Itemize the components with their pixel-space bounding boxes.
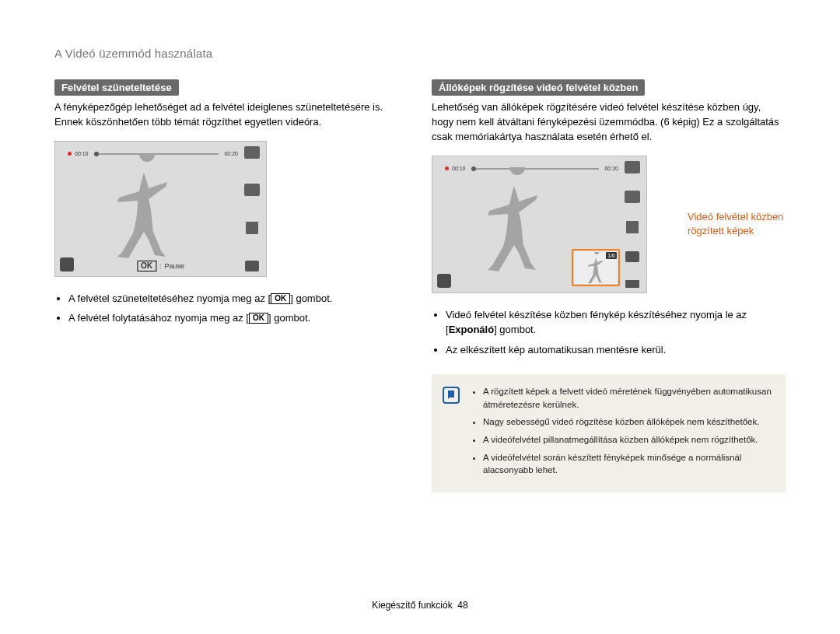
metering-icon bbox=[625, 220, 639, 234]
page-footer: Kiegészítő funkciók 48 bbox=[0, 600, 840, 611]
ok-button-icon: OK bbox=[249, 313, 268, 324]
fullhd-icon bbox=[625, 161, 640, 173]
fullhd-icon bbox=[244, 146, 260, 159]
thumbnail-callout: Videó felvétel közben rögzített képek bbox=[688, 210, 786, 237]
time-remain: 00:20 bbox=[604, 166, 618, 171]
note-item: A videófelvétel pillanatmegállítása közb… bbox=[483, 433, 775, 447]
note-box: A rögzített képek a felvett videó méreté… bbox=[432, 374, 786, 492]
left-intro: A fényképezőgép lehetőséget ad a felvéte… bbox=[54, 100, 408, 130]
right-intro: Lehetőség van állóképek rögzítésére vide… bbox=[432, 100, 786, 145]
note-item: A videófelvétel során készített fényképe… bbox=[483, 451, 775, 477]
ois-icon bbox=[437, 274, 451, 288]
skater-silhouette bbox=[467, 167, 561, 276]
right-bullet-2: Az elkészített kép automatikusan mentésr… bbox=[446, 342, 786, 358]
frame-rate-icon bbox=[625, 191, 640, 203]
movie-icon bbox=[245, 261, 259, 271]
ok-pause-label: OK : Pause bbox=[137, 261, 184, 271]
pause-text: Pause bbox=[164, 262, 184, 270]
camera-lcd-stillcapture: 00:10 00:20 bbox=[432, 156, 647, 293]
note-icon bbox=[443, 387, 460, 404]
left-column: Felvétel szüneteltetése A fényképezőgép … bbox=[54, 79, 408, 492]
right-bullet-1: Videó felvétel készítése közben fénykép … bbox=[446, 307, 786, 338]
frame-rate-icon bbox=[244, 184, 260, 196]
time-remain: 00:20 bbox=[224, 151, 238, 156]
left-section-label: Felvétel szüneteltetése bbox=[54, 79, 179, 96]
left-bullet-2: A felvétel folytatásához nyomja meg az [… bbox=[68, 310, 408, 326]
camera-lcd-pause: 00:10 00:20 bbox=[54, 141, 267, 277]
captured-still-thumbnail: 1/6 bbox=[572, 249, 620, 286]
right-column: Állóképek rögzítése videó felvétel közbe… bbox=[432, 79, 786, 492]
left-bullet-1: A felvétel szüneteltetéséhez nyomja meg … bbox=[68, 291, 408, 306]
right-section-label: Állóképek rögzítése videó felvétel közbe… bbox=[432, 79, 645, 96]
ok-button-icon: OK bbox=[137, 261, 156, 271]
metering-icon bbox=[245, 221, 259, 235]
ois-icon bbox=[60, 257, 74, 271]
battery-icon bbox=[625, 280, 639, 288]
note-item: A rögzített képek a felvett videó méreté… bbox=[483, 385, 775, 411]
note-item: Nagy sebességű videó rögzítése közben ál… bbox=[483, 415, 775, 429]
ok-button-icon: OK bbox=[271, 293, 290, 304]
skater-silhouette bbox=[97, 154, 191, 263]
movie-icon bbox=[625, 251, 639, 262]
page-title: A Videó üzemmód használata bbox=[54, 47, 786, 60]
